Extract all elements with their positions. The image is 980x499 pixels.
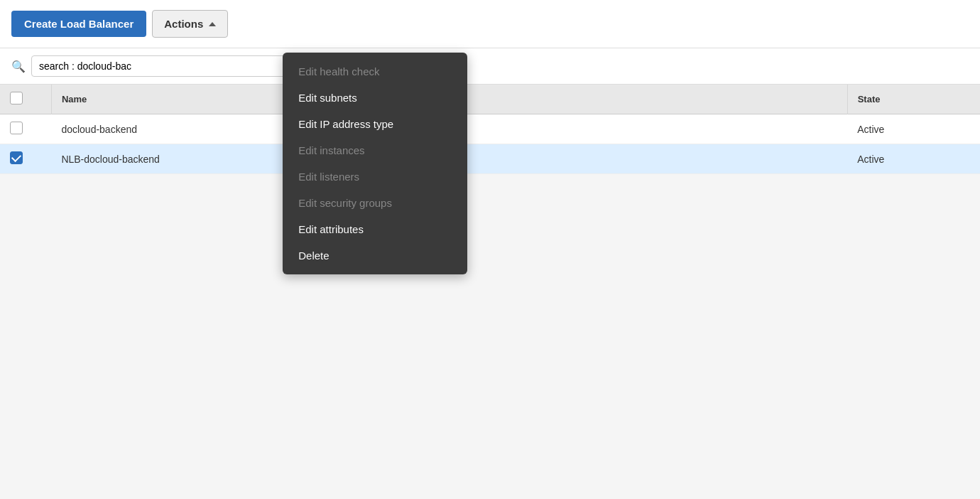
- column-header-name: Name: [51, 85, 294, 114]
- dropdown-item-edit-attributes[interactable]: Edit attributes: [283, 216, 467, 242]
- table-wrap: Name DNS name ▼ State docloud-backendoud…: [0, 85, 980, 174]
- actions-dropdown: Edit health checkEdit subnetsEdit IP add…: [283, 53, 467, 274]
- header-checkbox[interactable]: [10, 92, 23, 104]
- dropdown-item-edit-listeners: Edit listeners: [283, 163, 467, 190]
- row-name: NLB-docloud-backend: [51, 144, 294, 174]
- column-header-checkbox: [0, 85, 51, 114]
- toolbar: Create Load Balancer Actions Edit health…: [0, 0, 980, 48]
- load-balancers-table: Name DNS name ▼ State docloud-backendoud…: [0, 85, 980, 174]
- dropdown-item-edit-instances: Edit instances: [283, 137, 467, 163]
- column-header-state: State: [847, 85, 980, 114]
- table-row[interactable]: docloud-backendoud-backend-0cd77865...Ac…: [0, 114, 980, 144]
- row-checkbox-0[interactable]: [10, 122, 23, 134]
- row-state: Active: [847, 144, 980, 174]
- table-header: Name DNS name ▼ State: [0, 85, 980, 114]
- dropdown-item-edit-health-check: Edit health check: [283, 58, 467, 85]
- row-name: docloud-backend: [51, 114, 294, 144]
- actions-label: Actions: [164, 18, 203, 30]
- dropdown-item-edit-subnets[interactable]: Edit subnets: [283, 85, 467, 111]
- search-input[interactable]: [31, 55, 287, 77]
- dropdown-item-delete[interactable]: Delete: [283, 242, 467, 269]
- row-state: Active: [847, 114, 980, 144]
- actions-button[interactable]: Actions: [152, 10, 228, 38]
- table-body: docloud-backendoud-backend-0cd77865...Ac…: [0, 114, 980, 174]
- row-checkbox-1[interactable]: [10, 151, 23, 164]
- dropdown-item-edit-ip-address-type[interactable]: Edit IP address type: [283, 111, 467, 137]
- table-row[interactable]: NLB-docloud-backend-docloud-backend-d5c8…: [0, 144, 980, 174]
- dropdown-item-edit-security-groups: Edit security groups: [283, 190, 467, 216]
- search-bar: 🔍: [0, 48, 980, 85]
- search-icon: 🔍: [11, 60, 26, 73]
- create-load-balancer-button[interactable]: Create Load Balancer: [11, 11, 146, 37]
- caret-up-icon: [209, 22, 216, 26]
